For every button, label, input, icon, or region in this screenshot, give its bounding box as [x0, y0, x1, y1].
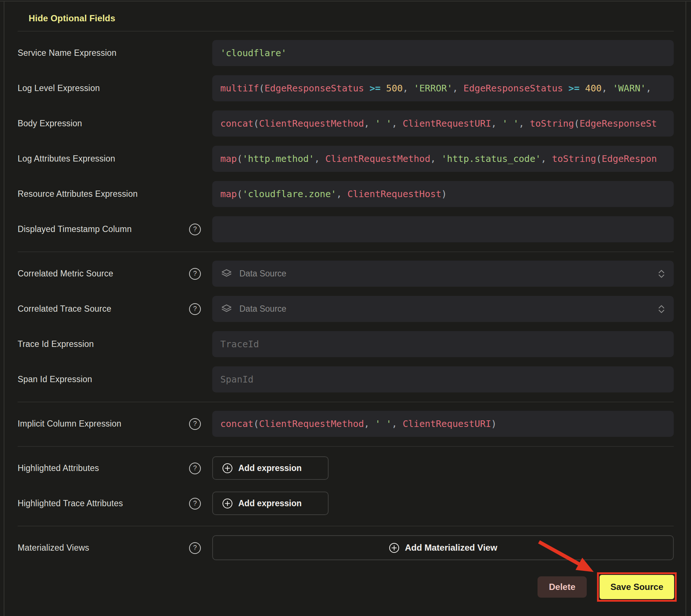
form-row-materialized-views: Materialized Views ? Add Materialized Vi…	[18, 535, 674, 561]
help-icon[interactable]: ?	[189, 542, 201, 554]
displayed-timestamp-label: Displayed Timestamp Column	[18, 224, 132, 234]
help-icon[interactable]: ?	[189, 498, 201, 510]
body-expression-field[interactable]: concat(ClientRequestMethod, ' ', ClientR…	[212, 110, 674, 137]
trace-id-label: Trace Id Expression	[18, 339, 94, 349]
plus-circle-icon	[389, 543, 399, 553]
log-level-expression-field[interactable]: multiIf(EdgeResponseStatus >= 500, 'ERRO…	[212, 75, 674, 101]
form-row-correlated-metric-source: Correlated Metric Source ? Data Source	[18, 261, 674, 287]
form-row-implicit-column: Implicit Column Expression ? concat(Clie…	[18, 411, 674, 437]
log-attributes-expression-field[interactable]: map('http.method', ClientRequestMethod, …	[212, 146, 674, 172]
materialized-views-label: Materialized Views	[18, 543, 89, 553]
help-icon[interactable]: ?	[189, 303, 201, 315]
highlighted-trace-attributes-label: Highlighted Trace Attributes	[18, 499, 123, 508]
displayed-timestamp-field[interactable]	[212, 216, 674, 242]
add-expression-button[interactable]: Add expression	[212, 492, 329, 515]
chevron-up-down-icon	[658, 269, 665, 278]
section-divider	[18, 251, 674, 252]
implicit-column-label: Implicit Column Expression	[18, 419, 122, 429]
section-divider	[18, 31, 674, 32]
section-divider	[18, 402, 674, 402]
form-row-trace-id: Trace Id Expression	[18, 331, 674, 357]
help-icon[interactable]: ?	[189, 463, 201, 474]
plus-circle-icon	[222, 498, 233, 509]
span-id-expression-input[interactable]	[212, 366, 674, 392]
correlated-metric-source-label: Correlated Metric Source	[18, 269, 113, 279]
annotation-highlight-box: Save Source	[597, 572, 677, 602]
help-icon[interactable]: ?	[189, 224, 201, 235]
select-placeholder: Data Source	[239, 304, 286, 314]
correlated-trace-source-label: Correlated Trace Source	[18, 304, 111, 314]
save-source-button[interactable]: Save Source	[600, 575, 674, 599]
span-id-label: Span Id Expression	[18, 374, 92, 384]
add-expression-label: Add expression	[238, 499, 302, 508]
form-row-span-id: Span Id Expression	[18, 366, 674, 392]
form-row-correlated-trace-source: Correlated Trace Source ? Data Source	[18, 296, 674, 322]
form-row-log-level: Log Level Expression multiIf(EdgeRespons…	[18, 75, 674, 101]
implicit-column-expression-field[interactable]: concat(ClientRequestMethod, ' ', ClientR…	[212, 411, 674, 437]
stack-icon	[221, 269, 232, 279]
form-row-highlighted-attributes: Highlighted Attributes ? Add expression	[18, 455, 674, 481]
correlated-trace-source-select[interactable]: Data Source	[212, 296, 674, 322]
form-row-service-name: Service Name Expression 'cloudflare'	[18, 40, 674, 66]
panel-left-border	[4, 1, 4, 616]
delete-button[interactable]: Delete	[538, 576, 587, 598]
section-divider	[18, 446, 674, 447]
plus-circle-icon	[222, 463, 233, 474]
add-expression-label: Add expression	[238, 463, 302, 473]
panel-right-border	[685, 1, 686, 616]
section-divider	[18, 526, 674, 526]
chevron-up-down-icon	[658, 305, 665, 314]
service-name-expression-field[interactable]: 'cloudflare'	[212, 40, 674, 66]
highlighted-attributes-label: Highlighted Attributes	[18, 463, 99, 473]
help-icon[interactable]: ?	[189, 418, 201, 430]
form-row-log-attributes: Log Attributes Expression map('http.meth…	[18, 146, 674, 172]
form-row-body: Body Expression concat(ClientRequestMeth…	[18, 110, 674, 137]
add-materialized-view-label: Add Materialized View	[405, 543, 498, 553]
stack-icon	[221, 304, 232, 314]
select-placeholder: Data Source	[239, 269, 286, 279]
body-expression-label: Body Expression	[18, 119, 82, 128]
optional-fields-section: Hide Optional Fields Service Name Expres…	[18, 1, 674, 570]
log-level-label: Log Level Expression	[18, 83, 100, 93]
resource-attributes-expression-field[interactable]: map('cloudflare.zone', ClientRequestHost…	[212, 181, 674, 207]
help-icon[interactable]: ?	[189, 268, 201, 280]
service-name-label: Service Name Expression	[18, 48, 116, 58]
add-materialized-view-button[interactable]: Add Materialized View	[212, 535, 674, 560]
form-row-resource-attributes: Resource Attributes Expression map('clou…	[18, 181, 674, 207]
form-row-displayed-timestamp: Displayed Timestamp Column ?	[18, 216, 674, 242]
resource-attributes-label: Resource Attributes Expression	[18, 189, 138, 199]
log-attributes-label: Log Attributes Expression	[18, 154, 115, 164]
correlated-metric-source-select[interactable]: Data Source	[212, 261, 674, 287]
form-row-highlighted-trace-attributes: Highlighted Trace Attributes ? Add expre…	[18, 490, 674, 517]
add-expression-button[interactable]: Add expression	[212, 456, 329, 480]
hide-optional-fields-toggle[interactable]: Hide Optional Fields	[29, 13, 674, 23]
trace-id-expression-input[interactable]	[212, 331, 674, 357]
